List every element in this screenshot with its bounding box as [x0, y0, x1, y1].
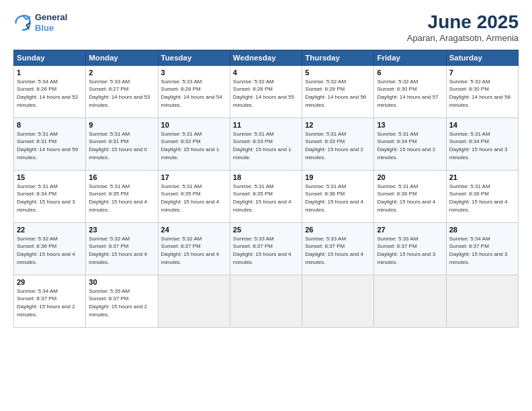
header-row: Sunday Monday Tuesday Wednesday Thursday… [14, 50, 519, 65]
table-row: 22Sunrise: 5:32 AMSunset: 8:36 PMDayligh… [14, 222, 519, 275]
table-row: 8Sunrise: 5:31 AMSunset: 8:31 PMDaylight… [14, 118, 519, 170]
table-cell: 26Sunrise: 5:33 AMSunset: 8:37 PMDayligh… [302, 222, 374, 275]
day-info: Sunrise: 5:32 AMSunset: 8:29 PMDaylight:… [305, 78, 371, 109]
table-cell: 28Sunrise: 5:34 AMSunset: 8:37 PMDayligh… [446, 222, 518, 275]
table-cell: 24Sunrise: 5:32 AMSunset: 8:37 PMDayligh… [158, 222, 230, 275]
month-title: June 2025 [407, 12, 519, 33]
day-number: 24 [161, 226, 227, 234]
day-info: Sunrise: 5:32 AMSunset: 8:37 PMDaylight:… [161, 235, 227, 266]
day-info: Sunrise: 5:33 AMSunset: 8:27 PMDaylight:… [89, 78, 154, 109]
location: Aparan, Aragatsotn, Armenia [407, 33, 519, 43]
table-cell: 23Sunrise: 5:32 AMSunset: 8:37 PMDayligh… [86, 222, 158, 275]
table-cell: 11Sunrise: 5:31 AMSunset: 8:33 PMDayligh… [230, 118, 302, 170]
col-friday: Friday [374, 50, 446, 65]
day-number: 26 [305, 226, 371, 234]
table-cell: 18Sunrise: 5:31 AMSunset: 8:35 PMDayligh… [230, 170, 302, 222]
table-cell: 21Sunrise: 5:31 AMSunset: 8:36 PMDayligh… [446, 170, 518, 222]
day-number: 1 [17, 68, 83, 77]
day-number: 9 [89, 121, 154, 129]
day-number: 28 [449, 226, 515, 234]
day-number: 6 [377, 68, 443, 77]
day-number: 14 [449, 121, 515, 129]
table-cell [302, 275, 374, 327]
col-tuesday: Tuesday [158, 50, 230, 65]
table-cell: 16Sunrise: 5:31 AMSunset: 8:35 PMDayligh… [86, 170, 158, 222]
table-cell: 30Sunrise: 5:35 AMSunset: 8:37 PMDayligh… [86, 275, 158, 327]
day-number: 17 [161, 173, 227, 181]
col-wednesday: Wednesday [230, 50, 302, 65]
day-info: Sunrise: 5:31 AMSunset: 8:31 PMDaylight:… [89, 130, 154, 161]
col-sunday: Sunday [14, 50, 86, 65]
table-cell: 12Sunrise: 5:31 AMSunset: 8:33 PMDayligh… [302, 118, 374, 170]
table-cell: 7Sunrise: 5:32 AMSunset: 8:30 PMDaylight… [446, 65, 518, 118]
table-cell: 6Sunrise: 5:32 AMSunset: 8:30 PMDaylight… [374, 65, 446, 118]
table-cell: 1Sunrise: 5:34 AMSunset: 8:26 PMDaylight… [14, 65, 86, 118]
table-cell: 9Sunrise: 5:31 AMSunset: 8:31 PMDaylight… [86, 118, 158, 170]
col-thursday: Thursday [302, 50, 374, 65]
title-block: June 2025 Aparan, Aragatsotn, Armenia [407, 12, 519, 43]
day-info: Sunrise: 5:32 AMSunset: 8:28 PMDaylight:… [233, 78, 299, 109]
day-info: Sunrise: 5:32 AMSunset: 8:30 PMDaylight:… [377, 78, 443, 109]
day-number: 22 [17, 226, 83, 234]
day-info: Sunrise: 5:33 AMSunset: 8:37 PMDaylight:… [305, 235, 371, 266]
table-cell: 2Sunrise: 5:33 AMSunset: 8:27 PMDaylight… [86, 65, 158, 118]
day-info: Sunrise: 5:34 AMSunset: 8:26 PMDaylight:… [17, 78, 83, 109]
day-number: 20 [377, 173, 443, 181]
header: General Blue June 2025 Aparan, Aragatsot… [13, 12, 519, 43]
table-cell: 17Sunrise: 5:31 AMSunset: 8:35 PMDayligh… [158, 170, 230, 222]
day-number: 3 [161, 68, 227, 77]
day-info: Sunrise: 5:33 AMSunset: 8:28 PMDaylight:… [161, 78, 227, 109]
day-number: 19 [305, 173, 371, 181]
day-number: 5 [305, 68, 371, 77]
day-info: Sunrise: 5:31 AMSunset: 8:36 PMDaylight:… [305, 183, 371, 214]
col-monday: Monday [86, 50, 158, 65]
logo-text: General Blue [35, 12, 67, 33]
day-number: 23 [89, 226, 154, 234]
day-number: 16 [89, 173, 154, 181]
table-cell: 15Sunrise: 5:31 AMSunset: 8:34 PMDayligh… [14, 170, 86, 222]
table-cell: 3Sunrise: 5:33 AMSunset: 8:28 PMDaylight… [158, 65, 230, 118]
table-cell: 8Sunrise: 5:31 AMSunset: 8:31 PMDaylight… [14, 118, 86, 170]
day-number: 2 [89, 68, 154, 77]
day-number: 13 [377, 121, 443, 129]
day-number: 18 [233, 173, 299, 181]
page: General Blue June 2025 Aparan, Aragatsot… [0, 0, 532, 411]
day-number: 25 [233, 226, 299, 234]
day-number: 8 [17, 121, 83, 129]
day-info: Sunrise: 5:31 AMSunset: 8:34 PMDaylight:… [17, 183, 83, 214]
calendar-table: Sunday Monday Tuesday Wednesday Thursday… [13, 50, 519, 328]
table-cell: 29Sunrise: 5:34 AMSunset: 8:37 PMDayligh… [14, 275, 86, 327]
day-info: Sunrise: 5:33 AMSunset: 8:37 PMDaylight:… [233, 235, 299, 266]
day-info: Sunrise: 5:31 AMSunset: 8:34 PMDaylight:… [377, 130, 443, 161]
day-number: 10 [161, 121, 227, 129]
day-info: Sunrise: 5:34 AMSunset: 8:37 PMDaylight:… [449, 235, 515, 266]
day-number: 7 [449, 68, 515, 77]
day-number: 4 [233, 68, 299, 77]
table-cell: 27Sunrise: 5:33 AMSunset: 8:37 PMDayligh… [374, 222, 446, 275]
day-info: Sunrise: 5:33 AMSunset: 8:37 PMDaylight:… [377, 235, 443, 266]
day-number: 29 [17, 278, 83, 286]
table-row: 15Sunrise: 5:31 AMSunset: 8:34 PMDayligh… [14, 170, 519, 222]
logo-line1: General [35, 12, 67, 23]
table-cell [374, 275, 446, 327]
day-number: 27 [377, 226, 443, 234]
day-info: Sunrise: 5:32 AMSunset: 8:36 PMDaylight:… [17, 235, 83, 266]
day-info: Sunrise: 5:31 AMSunset: 8:35 PMDaylight:… [161, 183, 227, 214]
day-info: Sunrise: 5:31 AMSunset: 8:36 PMDaylight:… [449, 183, 515, 214]
table-cell [230, 275, 302, 327]
day-info: Sunrise: 5:34 AMSunset: 8:37 PMDaylight:… [17, 287, 83, 318]
table-cell: 20Sunrise: 5:31 AMSunset: 8:36 PMDayligh… [374, 170, 446, 222]
logo: General Blue [13, 12, 67, 33]
table-row: 29Sunrise: 5:34 AMSunset: 8:37 PMDayligh… [14, 275, 519, 327]
day-number: 15 [17, 173, 83, 181]
table-cell: 10Sunrise: 5:31 AMSunset: 8:32 PMDayligh… [158, 118, 230, 170]
day-info: Sunrise: 5:32 AMSunset: 8:30 PMDaylight:… [449, 78, 515, 109]
table-cell [158, 275, 230, 327]
day-info: Sunrise: 5:31 AMSunset: 8:36 PMDaylight:… [377, 183, 443, 214]
day-number: 21 [449, 173, 515, 181]
day-info: Sunrise: 5:31 AMSunset: 8:35 PMDaylight:… [89, 183, 154, 214]
day-info: Sunrise: 5:31 AMSunset: 8:33 PMDaylight:… [305, 130, 371, 161]
table-cell: 22Sunrise: 5:32 AMSunset: 8:36 PMDayligh… [14, 222, 86, 275]
day-info: Sunrise: 5:31 AMSunset: 8:33 PMDaylight:… [233, 130, 299, 161]
table-cell [446, 275, 518, 327]
